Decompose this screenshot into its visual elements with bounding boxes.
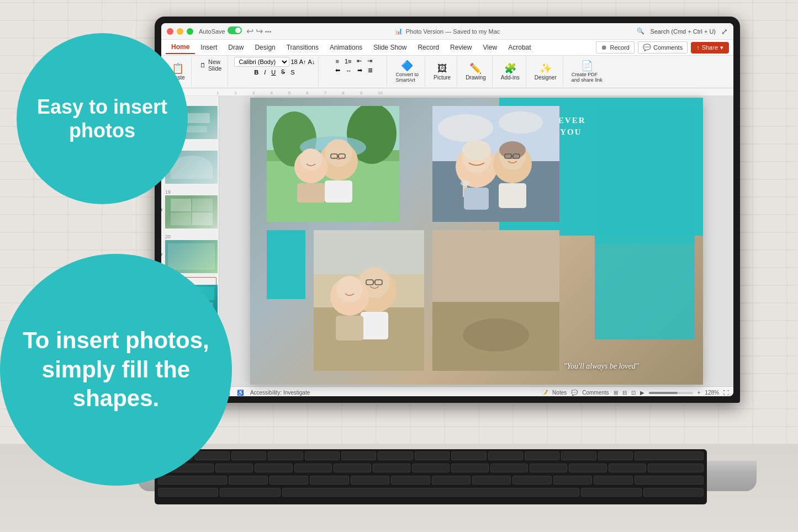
key[interactable]	[594, 476, 632, 485]
tab-animations[interactable]: Animations	[324, 41, 368, 54]
key[interactable]	[432, 476, 471, 485]
teal-placeholder-bottom-right[interactable]	[595, 230, 694, 339]
bold-button[interactable]: B	[252, 68, 261, 76]
strikethrough-button[interactable]: S̶	[279, 68, 287, 76]
comments-button[interactable]: 💬 Comments	[638, 41, 688, 54]
numbering-button[interactable]: 1≡	[342, 57, 354, 65]
key[interactable]	[490, 464, 528, 472]
key[interactable]	[334, 464, 371, 472]
underline-button[interactable]: U	[269, 68, 278, 76]
photo-2-container[interactable]	[314, 230, 424, 371]
key[interactable]	[378, 451, 413, 460]
redo-icon[interactable]: ↪	[256, 26, 263, 36]
key[interactable]	[391, 476, 430, 485]
key[interactable]	[635, 476, 704, 485]
addins-button[interactable]: 🧩 Add-ins	[498, 62, 522, 82]
minimize-button[interactable]	[177, 28, 183, 35]
drawing-button[interactable]: ✏️ Drawing	[463, 62, 489, 82]
key[interactable]	[351, 476, 389, 485]
tab-design[interactable]: Design	[249, 41, 281, 54]
close-button[interactable]	[167, 28, 173, 35]
comments-status-label[interactable]: Comments	[582, 390, 609, 396]
view-presenter-icon[interactable]: ▶	[640, 390, 644, 396]
zoom-in-icon[interactable]: +	[697, 390, 701, 396]
tab-insert[interactable]: Insert	[195, 41, 223, 54]
teal-placeholder-top-right[interactable]	[595, 106, 694, 244]
tab-home[interactable]: Home	[166, 41, 195, 54]
key[interactable]	[609, 464, 646, 472]
tab-record[interactable]: Record	[412, 41, 445, 54]
designer-button[interactable]: ✨ Designer	[532, 62, 559, 82]
key[interactable]	[231, 451, 266, 460]
picture-button[interactable]: 🖼 Picture	[431, 62, 453, 82]
undo-icon[interactable]: ↩	[246, 26, 253, 36]
key[interactable]	[635, 451, 704, 460]
maximize-button[interactable]	[187, 28, 193, 35]
search-label[interactable]: Search (Cmd + Ctrl + U)	[650, 28, 716, 35]
key[interactable]	[255, 464, 292, 472]
key[interactable]	[525, 451, 559, 460]
zoom-bar[interactable]	[649, 392, 693, 394]
increase-indent-button[interactable]: ⇥	[365, 57, 374, 65]
key[interactable]	[512, 476, 551, 485]
key[interactable]	[412, 464, 450, 472]
teal-placeholder-left[interactable]	[267, 230, 305, 299]
key[interactable]	[220, 488, 280, 497]
italic-button[interactable]: I	[262, 68, 268, 76]
key[interactable]	[158, 476, 227, 485]
convert-smartart-button[interactable]: 🔷 Convert to SmartArt	[393, 59, 421, 84]
more-icon[interactable]: •••	[265, 28, 272, 35]
slide-canvas[interactable]: WE'LL NEVER FORGET YOU	[250, 98, 703, 385]
key[interactable]	[451, 464, 489, 472]
key[interactable]	[581, 488, 641, 497]
decrease-indent-button[interactable]: ⇤	[355, 57, 364, 65]
accessibility-status[interactable]: Accessibility: Investigate	[250, 390, 310, 396]
font-family-select[interactable]: Calibri (Body)	[234, 57, 289, 67]
tab-view[interactable]: View	[477, 41, 503, 54]
key[interactable]	[215, 464, 253, 472]
tab-draw[interactable]: Draw	[223, 41, 249, 54]
key[interactable]	[643, 488, 704, 497]
view-grid-icon[interactable]: ⊟	[622, 390, 627, 396]
key[interactable]	[194, 451, 229, 460]
bullets-button[interactable]: ≡	[333, 57, 341, 65]
key[interactable]	[158, 488, 218, 497]
decrease-font-icon[interactable]: A↓	[308, 58, 315, 65]
key[interactable]	[530, 464, 567, 472]
slide-thumb-19[interactable]: 19 ★	[163, 188, 216, 230]
align-center-button[interactable]: ↔	[343, 66, 354, 75]
key[interactable]	[648, 464, 704, 472]
photo-1-container[interactable]	[267, 106, 399, 222]
key[interactable]	[553, 476, 592, 485]
key[interactable]	[598, 451, 633, 460]
align-left-button[interactable]: ⬅	[333, 66, 342, 75]
key[interactable]	[310, 476, 348, 485]
tab-review[interactable]: Review	[445, 41, 477, 54]
notes-label[interactable]: Notes	[552, 390, 567, 396]
key[interactable]	[561, 451, 596, 460]
align-right-button[interactable]: ➡	[355, 66, 364, 75]
key[interactable]	[451, 451, 486, 460]
key[interactable]	[415, 451, 450, 460]
increase-font-icon[interactable]: A↑	[299, 58, 306, 65]
create-pdf-button[interactable]: 📄 Create PDF and share link	[569, 59, 605, 84]
shadow-button[interactable]: S	[288, 68, 297, 76]
key[interactable]	[569, 464, 606, 472]
view-normal-icon[interactable]: ⊞	[614, 390, 618, 396]
key[interactable]	[269, 476, 308, 485]
key[interactable]	[294, 464, 332, 472]
photo-4-container[interactable]	[432, 230, 559, 371]
key[interactable]	[341, 451, 376, 460]
key[interactable]	[472, 476, 511, 485]
key[interactable]	[268, 451, 303, 460]
view-reading-icon[interactable]: ⊡	[631, 390, 636, 396]
key[interactable]	[229, 476, 267, 485]
key[interactable]	[305, 451, 340, 460]
photo-3-container[interactable]	[432, 106, 559, 222]
tab-acrobat[interactable]: Acrobat	[503, 41, 536, 54]
autosave-toggle[interactable]	[228, 26, 242, 36]
record-button[interactable]: ⏺ Record	[596, 41, 634, 54]
key[interactable]	[373, 464, 410, 472]
justify-button[interactable]: ≣	[366, 66, 375, 75]
key[interactable]	[488, 451, 523, 460]
